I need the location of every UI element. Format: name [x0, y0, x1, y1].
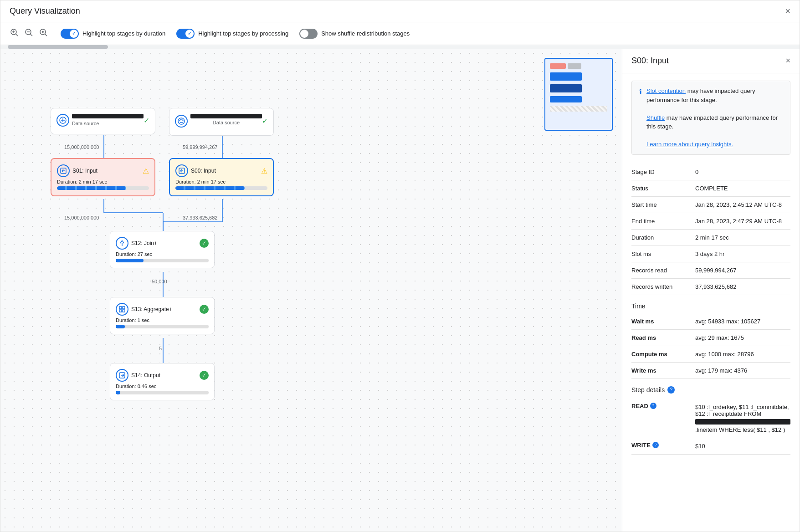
wait-ms-value: avg: 54933 max: 105627 — [695, 313, 790, 330]
step-write-cell: WRITE ? — [631, 438, 695, 454]
panel-close-button[interactable]: × — [785, 56, 790, 66]
records-written-label: Records written — [631, 278, 695, 295]
zoom-out-button[interactable] — [22, 26, 35, 41]
connector-label-s12-bottom: 50,000 — [152, 279, 167, 284]
alert-icon: ℹ — [639, 87, 642, 149]
toggle-shuffle-knob — [300, 30, 308, 38]
s14-progress-bg — [116, 391, 209, 394]
read-redacted — [695, 419, 790, 425]
panel-body: ℹ Slot contention may have impacted quer… — [622, 73, 800, 532]
duration-label: Duration — [631, 229, 695, 246]
write-help-icon[interactable]: ? — [652, 442, 659, 448]
stage-s12-join[interactable]: S12: Join+ ✓ Duration: 27 sec — [110, 231, 215, 268]
stage-s01-input[interactable]: S01: Input ⚠ Duration: 2 min 17 sec — [51, 158, 155, 196]
s00-duration-label: Duration: 2 min 17 sec — [175, 179, 267, 184]
s13-duration-label: Duration: 1 sec — [116, 317, 209, 323]
connector-label-s00-top: 59,999,994,267 — [183, 144, 217, 150]
records-written-value: 37,933,625,682 — [695, 278, 790, 295]
minimap-thumbnail — [544, 58, 613, 131]
learn-more-link[interactable]: Learn more about query insights. — [646, 141, 733, 148]
time-row-compute: Compute ms avg: 1000 max: 28796 — [631, 346, 790, 362]
toggle-duration-group: ✓ Highlight top stages by duration — [61, 29, 165, 39]
zoom-reset-button[interactable] — [37, 26, 50, 41]
info-row-records-written: Records written 37,933,625,682 — [631, 278, 790, 295]
right-panel: S00: Input × ℹ Slot contention may have … — [622, 49, 800, 532]
s14-output-header: S14: Output ✓ — [116, 369, 209, 382]
read-help-icon[interactable]: ? — [650, 403, 656, 409]
slot-contention-link[interactable]: Slot contention — [646, 87, 686, 94]
shuffle-link[interactable]: Shuffle — [646, 114, 665, 121]
title-bar: Query Visualization × — [0, 0, 800, 22]
toggle-processing-switch[interactable]: ✓ — [176, 29, 195, 39]
svg-line-24 — [179, 119, 181, 121]
start-time-label: Start time — [631, 196, 695, 213]
s12-duration-label: Duration: 27 sec — [116, 251, 209, 257]
stage-s00-input[interactable]: S00: Input ⚠ Duration: 2 min 17 sec — [169, 158, 274, 196]
svg-rect-40 — [119, 310, 122, 312]
toggle-duration-switch[interactable]: ✓ — [61, 29, 79, 39]
toggle-processing-group: ✓ Highlight top stages by processing — [176, 29, 288, 39]
svg-line-35 — [120, 240, 122, 243]
app-close-button[interactable]: × — [785, 6, 790, 16]
stage-s01-datasource[interactable]: Data source ✓ — [51, 108, 155, 134]
s12-join-icon — [116, 237, 128, 250]
s01-datasource-check: ✓ — [144, 116, 149, 125]
s12-join-check: ✓ — [200, 239, 209, 248]
step-read-cell: READ ? — [631, 399, 695, 438]
stage-s13-aggregate[interactable]: S13: Aggregate+ ✓ Duration: 1 sec — [110, 297, 215, 334]
info-row-slot-ms: Slot ms 3 days 2 hr — [631, 246, 790, 262]
s12-progress-fill — [116, 259, 144, 262]
zoom-controls — [8, 26, 50, 41]
step-read-row: READ ? $10 :l_orderkey, $11 :l_commitdat… — [631, 399, 790, 438]
step-details-help-icon[interactable]: ? — [667, 386, 675, 394]
canvas-area[interactable]: Data source ✓ Data source ✓ — [0, 49, 622, 532]
slot-ms-label: Slot ms — [631, 246, 695, 262]
end-time-value: Jan 28, 2023, 2:47:29 AM UTC-8 — [695, 213, 790, 229]
s00-progress-bg — [175, 186, 267, 190]
read-value-text2: .lineitem WHERE less( $11 , $12 ) — [695, 426, 785, 433]
s00-datasource-check: ✓ — [262, 117, 268, 125]
step-read-value: $10 :l_orderkey, $11 :l_commitdate, $12 … — [695, 399, 790, 438]
zoom-in-button[interactable] — [8, 26, 21, 41]
panel-title: S00: Input — [631, 56, 669, 66]
s12-progress-bg — [116, 259, 209, 262]
s01-datasource-redacted — [72, 114, 144, 118]
time-table: Wait ms avg: 54933 max: 105627 Read ms a… — [631, 313, 790, 379]
time-section-title: Time — [631, 302, 790, 310]
toggle-processing-knob: ✓ — [185, 30, 194, 38]
read-value-text: $10 :l_orderkey, $11 :l_commitdate, $12 … — [695, 404, 789, 417]
svg-rect-41 — [123, 310, 125, 312]
connector-label-s01-top: 15,000,000,000 — [64, 144, 99, 150]
stage-s00-datasource[interactable]: Data source ✓ — [169, 108, 274, 136]
svg-rect-38 — [119, 307, 122, 309]
toggle-shuffle-switch[interactable] — [299, 29, 318, 39]
stage-s14-output[interactable]: S14: Output ✓ Duration: 0.46 sec — [110, 363, 215, 400]
read-label: READ — [631, 403, 648, 409]
s00-datasource-subtitle: Data source — [190, 120, 262, 125]
connector-label-s01-bottom: 15,000,000,000 — [64, 215, 99, 220]
read-ms-value: avg: 29 max: 1675 — [695, 329, 790, 346]
write-value-text: $10 — [695, 443, 705, 450]
connector-label-s13-bottom: 5 — [159, 346, 162, 351]
s01-input-warn-icon: ⚠ — [143, 167, 149, 175]
info-row-end-time: End time Jan 28, 2023, 2:47:29 AM UTC-8 — [631, 213, 790, 229]
svg-line-8 — [45, 34, 47, 36]
s14-output-title: S14: Output — [131, 372, 200, 379]
info-row-start-time: Start time Jan 28, 2023, 2:45:12 AM UTC-… — [631, 196, 790, 213]
s01-datasource-subtitle: Data source — [72, 121, 99, 126]
stage-info-table: Stage ID 0 Status COMPLETE Start time Ja… — [631, 164, 790, 295]
s00-datasource-icon — [175, 115, 188, 128]
s01-duration-label: Duration: 2 min 17 sec — [57, 179, 149, 184]
horizontal-scrollbar[interactable] — [8, 45, 108, 49]
step-write-value: $10 — [695, 438, 790, 454]
svg-line-25 — [181, 119, 184, 121]
s12-join-title: S12: Join+ — [131, 240, 200, 246]
s12-join-header: S12: Join+ ✓ — [116, 237, 209, 250]
time-row-wait: Wait ms avg: 54933 max: 105627 — [631, 313, 790, 330]
end-time-label: End time — [631, 213, 695, 229]
step-details-table: READ ? $10 :l_orderkey, $11 :l_commitdat… — [631, 399, 790, 455]
time-row-write: Write ms avg: 179 max: 4376 — [631, 362, 790, 379]
s00-input-icon — [175, 164, 188, 177]
s13-aggregate-check: ✓ — [200, 305, 209, 314]
records-read-value: 59,999,994,267 — [695, 262, 790, 278]
